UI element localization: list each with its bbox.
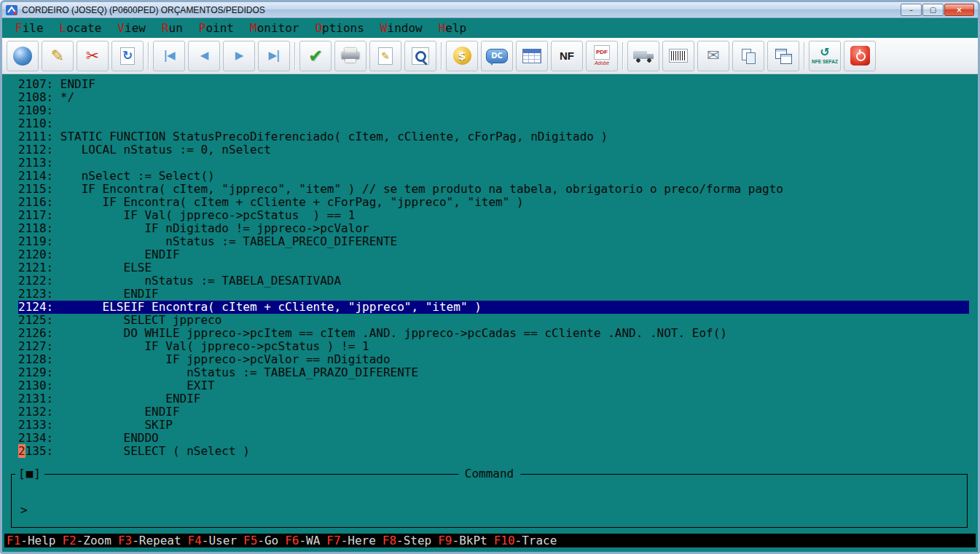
line-number: 2131: bbox=[18, 392, 53, 405]
code-line[interactable]: 2129: nStatus := TABELA_PRAZO_DIFERENTE bbox=[18, 366, 969, 379]
line-number: 2135: bbox=[18, 444, 53, 458]
table-button[interactable] bbox=[516, 41, 548, 71]
maximize-button[interactable]: ▢ bbox=[922, 4, 944, 16]
code-line[interactable]: 2110: bbox=[18, 117, 969, 130]
confirm-button[interactable]: ✔ bbox=[299, 41, 332, 71]
menu-window[interactable]: Window bbox=[380, 21, 423, 35]
code-line[interactable]: 2109: bbox=[18, 104, 969, 117]
line-text: nStatus := TABELA_PRAZO_DIFERENTE bbox=[53, 365, 418, 379]
code-line[interactable]: 2118: IF nDigitado != jppreco->pcValor bbox=[18, 222, 969, 235]
toolbar-icon: $ bbox=[453, 47, 471, 65]
code-line[interactable]: 2107: ENDIF bbox=[18, 78, 969, 91]
edit-document-button[interactable]: ✎ bbox=[369, 41, 401, 71]
menu-point[interactable]: Point bbox=[199, 21, 234, 35]
code-line[interactable]: 2117: IF Val( jppreco->pcStatus ) == 1 bbox=[18, 209, 969, 222]
code-line[interactable]: 2121: ELSE bbox=[18, 261, 969, 274]
fkey-hint: F4-User bbox=[188, 534, 237, 547]
code-line[interactable]: 2108: */ bbox=[18, 91, 969, 104]
code-line[interactable]: 2135: SELECT ( nSelect ) bbox=[18, 445, 969, 458]
code-line[interactable]: 2132: ENDIF bbox=[18, 405, 969, 419]
menu-options[interactable]: Options bbox=[315, 21, 364, 35]
first-button[interactable]: |◀ bbox=[153, 41, 185, 71]
exit-button[interactable] bbox=[844, 41, 876, 71]
last-button[interactable]: ▶| bbox=[258, 41, 290, 71]
code-line[interactable]: 2127: IF Val( jppreco->pcStatus ) != 1 bbox=[18, 340, 969, 353]
command-close-gadget[interactable]: [■] bbox=[15, 467, 44, 480]
line-text: ENDIF bbox=[53, 248, 179, 261]
code-line[interactable]: 2116: IF Encontra( cItem + cCliente + cF… bbox=[18, 196, 969, 209]
copy-button[interactable] bbox=[732, 41, 764, 71]
code-line[interactable]: 2115: IF Encontra( cItem, "jppreco", "it… bbox=[18, 183, 969, 196]
fkey-action: -WA bbox=[299, 534, 320, 547]
command-box[interactable]: [■] Command > bbox=[11, 474, 968, 528]
minimize-button[interactable]: – bbox=[901, 4, 922, 16]
menu-label: un bbox=[169, 21, 183, 35]
fkey-name: F3 bbox=[118, 534, 132, 547]
code-line[interactable]: 2112: LOCAL nStatus := 0, nSelect bbox=[18, 143, 969, 157]
menu-view[interactable]: View bbox=[117, 21, 146, 35]
app-window: CORDEIRO (JOSEQ) (P0600PED) ORÇAMENTOS/P… bbox=[0, 0, 980, 554]
search-button[interactable] bbox=[404, 41, 436, 71]
code-line[interactable]: 2130: EXIT bbox=[18, 379, 969, 392]
menu-run[interactable]: Run bbox=[162, 21, 183, 35]
cascade-button[interactable] bbox=[767, 41, 799, 71]
menu-label: onitor bbox=[257, 21, 299, 35]
cut-button[interactable]: ✂ bbox=[77, 41, 109, 71]
code-line[interactable]: 2128: IF jppreco->pcValor == nDigitado bbox=[18, 353, 969, 366]
pdf-button[interactable]: PDF Adobe bbox=[586, 41, 618, 71]
fkey-hint: F8-Step bbox=[383, 534, 431, 547]
menu-label: oint bbox=[205, 21, 234, 35]
nf-button[interactable]: NF bbox=[551, 41, 583, 71]
fkey-action: -Repeat bbox=[132, 534, 181, 547]
command-prompt: > bbox=[20, 503, 28, 517]
code-line[interactable]: 2124: ELSEIF Encontra( cItem + cCliente,… bbox=[18, 301, 969, 314]
code-line[interactable]: 2133: SKIP bbox=[18, 419, 969, 432]
line-number: 2110: bbox=[18, 116, 53, 130]
code-line[interactable]: 2114: nSelect := Select() bbox=[18, 170, 969, 183]
code-line[interactable]: 2131: ENDIF bbox=[18, 392, 969, 405]
previous-button[interactable]: ◀ bbox=[188, 41, 220, 71]
menu-hotkey-letter: O bbox=[315, 21, 322, 35]
menu-help[interactable]: Help bbox=[439, 21, 467, 35]
close-button[interactable]: × bbox=[944, 4, 974, 16]
line-number: 2122: bbox=[18, 274, 53, 288]
menu-label: ocate bbox=[66, 21, 101, 35]
code-line[interactable]: 2122: nStatus := TABELA_DESATIVADA bbox=[18, 274, 969, 288]
line-number: 2119: bbox=[18, 234, 53, 248]
line-number: 2117: bbox=[18, 208, 53, 222]
edit-button[interactable]: ✎ bbox=[42, 41, 74, 71]
code-line[interactable]: 2134: ENDDO bbox=[18, 432, 969, 445]
line-number: 2109: bbox=[18, 103, 53, 117]
nfe-sefaz-button[interactable]: ↺ NFE SEFAZ bbox=[809, 41, 841, 71]
code-line[interactable]: 2126: DO WHILE jppreco->pcItem == cItem … bbox=[18, 327, 969, 340]
code-line[interactable]: 2125: SELECT jppreco bbox=[18, 314, 969, 327]
menu-hotkey-letter: V bbox=[117, 21, 125, 35]
code-view[interactable]: 2107: ENDIF 2108: */ 2109: 2110: 2111: S… bbox=[2, 74, 978, 467]
next-button[interactable]: ▶ bbox=[223, 41, 255, 71]
message-button[interactable]: DC bbox=[481, 41, 513, 71]
code-line[interactable]: 2123: ENDIF bbox=[18, 288, 969, 301]
toolbar-separator bbox=[441, 42, 442, 70]
barcode-button[interactable] bbox=[662, 41, 694, 71]
toolbar-icon: |◀ bbox=[163, 50, 174, 61]
menu-monitor[interactable]: Monitor bbox=[250, 21, 299, 35]
line-number: 2108: bbox=[18, 90, 53, 104]
line-text: ENDIF bbox=[53, 77, 95, 91]
code-line[interactable]: 2113: bbox=[18, 157, 969, 170]
code-line[interactable]: 2120: ENDIF bbox=[18, 248, 969, 261]
fkey-action: -Help bbox=[20, 534, 55, 547]
menu-file[interactable]: File bbox=[15, 21, 44, 35]
line-text: nStatus := TABELA_PRECO_DIFERENTE bbox=[53, 234, 397, 248]
line-text: ELSE bbox=[53, 261, 152, 274]
mail-button[interactable]: ✉ bbox=[697, 41, 729, 71]
delivery-button[interactable] bbox=[627, 41, 659, 71]
print-button[interactable] bbox=[334, 41, 366, 71]
connection-button[interactable] bbox=[7, 41, 39, 71]
money-button[interactable]: $ bbox=[446, 41, 478, 71]
code-line[interactable]: 2111: STATIC FUNCTION StatusPrecoDiferen… bbox=[18, 130, 969, 143]
menu-locate[interactable]: Locate bbox=[60, 21, 102, 35]
open-button[interactable]: ↻ bbox=[111, 41, 144, 71]
code-line[interactable]: 2119: nStatus := TABELA_PRECO_DIFERENTE bbox=[18, 235, 969, 248]
line-number: 2123: bbox=[18, 287, 53, 301]
command-window: [■] Command > bbox=[2, 467, 978, 534]
